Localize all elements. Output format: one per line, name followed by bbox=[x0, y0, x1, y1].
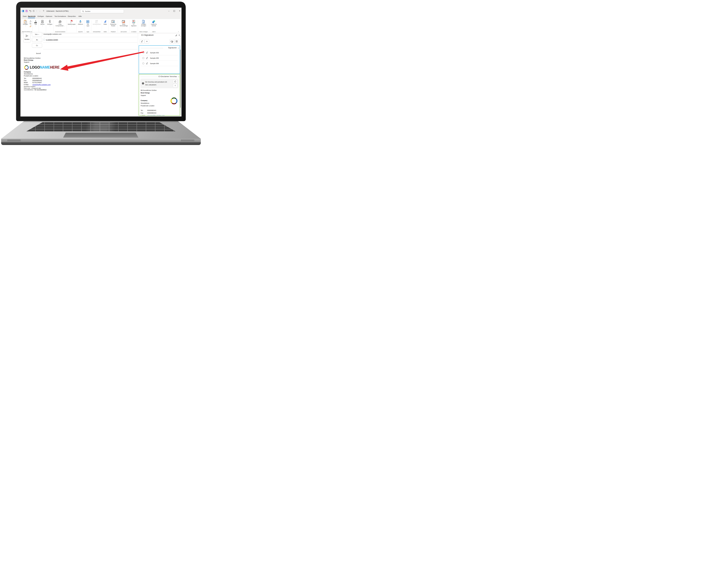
attach-file-button[interactable]: Einfügen ⌄ bbox=[47, 20, 52, 26]
help-button[interactable]: ? bbox=[173, 84, 177, 88]
format-painter-icon[interactable] bbox=[29, 25, 32, 27]
preview-email-link[interactable]: r.koenigs@ci-solution.com bbox=[147, 115, 165, 116]
cut-icon[interactable] bbox=[29, 20, 32, 22]
mobil-label: Mobil: bbox=[24, 82, 32, 84]
send-button[interactable]: Senden bbox=[23, 32, 31, 43]
tab-ueberpruefen[interactable]: Überprüfen bbox=[68, 14, 76, 18]
all-apps-button[interactable]: AlleApps bbox=[86, 20, 89, 27]
to-recipient[interactable]: ci solution GmbH; bbox=[43, 39, 58, 40]
move-down-icon[interactable]: ↓ bbox=[40, 10, 41, 12]
maximize-button[interactable] bbox=[173, 9, 176, 12]
tab-einfuegen[interactable]: Einfügen bbox=[37, 14, 44, 18]
dialog-launcher-icon[interactable] bbox=[31, 31, 32, 32]
sender-name: René Königs bbox=[24, 59, 41, 61]
ci-signature-button[interactable]: CI-Signature bbox=[131, 20, 136, 27]
group-label-sprache: Sprache bbox=[78, 31, 83, 32]
radio-sample-003[interactable] bbox=[142, 52, 144, 54]
cloud-download-button[interactable] bbox=[169, 39, 174, 44]
signature-address: Company StreetAdress PostalCode Location bbox=[24, 71, 38, 77]
presence-icon bbox=[43, 39, 45, 40]
undo-icon[interactable] bbox=[29, 10, 31, 12]
chevron-down-icon: ⌄ bbox=[96, 25, 97, 26]
cc-button[interactable]: Cc bbox=[32, 44, 42, 48]
hamburger-icon bbox=[176, 40, 178, 43]
signature-contacts: Tel.:09369980441 Fax:09369980443 Mobil:0… bbox=[24, 77, 51, 86]
from-button[interactable]: Von∨ bbox=[32, 32, 42, 36]
company-line: Company bbox=[24, 71, 38, 73]
search-input[interactable]: Suchen bbox=[80, 9, 124, 13]
sensitivity-icon bbox=[95, 20, 98, 24]
disclaimer-preview-section: CI-Disclaimer Vorschau i Die Vorschau wi… bbox=[139, 74, 180, 116]
dictate-button[interactable]: Diktieren bbox=[78, 20, 83, 25]
paste-clipboard-icon bbox=[24, 20, 27, 24]
tab-datei[interactable]: Datei bbox=[23, 14, 27, 18]
chevron-down-icon: ⌄ bbox=[25, 25, 26, 26]
editor-pencil-icon bbox=[104, 20, 107, 24]
ribbon-group-namen: Namen ⌄ bbox=[39, 19, 46, 33]
group-label-vertraulichkeit: Vertraulichkeit bbox=[93, 31, 100, 32]
chevron-down-icon: ⌄ bbox=[35, 25, 36, 26]
remove-signature-button[interactable]: ✕ bbox=[145, 39, 149, 44]
radio-sample-005[interactable] bbox=[142, 57, 144, 59]
tel-value: 09369980441 bbox=[32, 78, 42, 79]
radio-sample-006[interactable] bbox=[142, 62, 144, 64]
section-dash bbox=[178, 48, 179, 48]
names-button[interactable]: Namen ⌄ bbox=[41, 20, 45, 26]
signature-list-item[interactable]: Sample-006 bbox=[142, 62, 159, 65]
street-line: StreetAdress bbox=[24, 73, 38, 75]
collapse-ribbon-chevron-icon[interactable]: ⌄ bbox=[178, 30, 180, 33]
sender-role: Support bbox=[24, 61, 41, 63]
text-button[interactable]: A Text ⌄ bbox=[34, 20, 37, 26]
minimize-button[interactable]: – bbox=[167, 9, 170, 12]
fax-label: Fax: bbox=[24, 80, 32, 82]
signature-item-label[interactable]: Sample-005 bbox=[150, 57, 159, 59]
group-label-plastisch: Plastisch bbox=[111, 31, 115, 32]
loop-components-button[interactable]: Loop-Komponenten ⌄ bbox=[56, 20, 65, 27]
flag-icon bbox=[70, 20, 73, 24]
ribbon-group-attach: Einfügen ⌄ bbox=[46, 19, 53, 33]
email-link[interactable]: r.koenigs@ci-solution.com bbox=[32, 84, 51, 85]
tel-label: Tel.: bbox=[24, 77, 32, 80]
pin-icon[interactable] bbox=[175, 34, 177, 36]
save-icon[interactable] bbox=[26, 10, 28, 12]
apply-signature-button[interactable] bbox=[140, 39, 145, 44]
close-button[interactable]: ✕ bbox=[178, 9, 181, 12]
editor-button[interactable]: Editor bbox=[104, 20, 107, 25]
ci-signature-icon bbox=[132, 20, 135, 24]
tab-hilfe[interactable]: Hilfe bbox=[78, 14, 82, 18]
meeting-poll-button[interactable]: NeueTerminabfrage bbox=[120, 20, 128, 27]
signature-item-label[interactable]: Sample-003 bbox=[150, 52, 159, 54]
tab-text-formatieren[interactable]: Text formatieren bbox=[54, 14, 66, 18]
to-button[interactable]: An bbox=[32, 38, 42, 42]
copilot-button[interactable]: Copilot fürVertrieb bbox=[151, 20, 157, 27]
copy-icon[interactable] bbox=[29, 23, 32, 25]
ribbon-group-zusammenarbeiten: Loop-Komponenten ⌄ Zusammenarbeiten bbox=[54, 19, 67, 33]
signature-item-label[interactable]: Sample-006 bbox=[150, 63, 159, 64]
immersive-reader-button[interactable]: PlastischerReader bbox=[110, 20, 116, 27]
paste-button[interactable]: Einfügen ⌄ bbox=[22, 20, 29, 26]
pane-title: CI-Signature bbox=[141, 34, 154, 36]
menu-button[interactable] bbox=[175, 39, 179, 44]
signature-pen-icon bbox=[146, 51, 148, 54]
signature-list-item[interactable]: Sample-005 bbox=[142, 57, 159, 59]
preview-contacts: Tel.:09369980441 Fax:09369980443 E-Mail:… bbox=[141, 109, 165, 116]
signature-list-item[interactable]: Sample-003 bbox=[142, 51, 159, 54]
customize-toolbar-icon[interactable] bbox=[43, 10, 44, 12]
body-greeting: Mit freundlichen Grüßen René Königs Supp… bbox=[24, 57, 41, 63]
redo-icon[interactable] bbox=[33, 10, 35, 12]
scrollbar-up-arrow[interactable]: ▲ bbox=[180, 36, 181, 37]
ribbon-group-ci-solution: CI-Signature ci solution bbox=[130, 19, 138, 33]
signature-pen-icon bbox=[146, 62, 148, 65]
subject-label: Betreff bbox=[32, 53, 41, 54]
speaker-grille-left bbox=[8, 139, 21, 141]
flag-button[interactable]: Markierungen ⌄ bbox=[68, 20, 76, 26]
group-label-apps: Apps bbox=[86, 31, 89, 32]
cloud-download-icon bbox=[170, 40, 173, 43]
move-up-icon[interactable]: ↑ bbox=[36, 10, 37, 12]
laptop-bottom-edge bbox=[1, 142, 201, 145]
copilot-icon bbox=[152, 20, 155, 24]
tab-optionen[interactable]: Optionen bbox=[46, 14, 52, 18]
fax-value: 09369980443 bbox=[32, 80, 42, 81]
refresh-preview-button[interactable] bbox=[173, 80, 177, 83]
show-templates-button[interactable]: Vorlagenanzeigen bbox=[141, 20, 146, 27]
